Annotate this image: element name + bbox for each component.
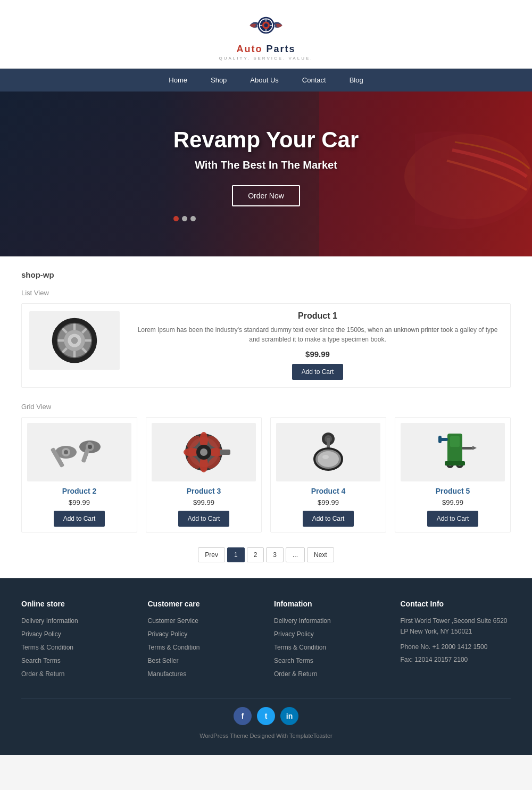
pagination: Prev 1 2 3 ... Next xyxy=(21,547,511,562)
next-page-button[interactable]: Next xyxy=(307,547,334,562)
header: Auto Parts QUALITY. SERVICE. VALUE. Home… xyxy=(0,0,532,92)
prev-page-button[interactable]: Prev xyxy=(198,547,225,562)
hero-dots xyxy=(173,216,359,221)
order-now-button[interactable]: Order Now xyxy=(232,185,300,206)
product4-card: Product 4 $99.99 Add to Cart xyxy=(270,417,386,533)
product3-card: Product 3 $99.99 Add to Cart xyxy=(146,417,262,533)
hero-title: Revamp Your Car xyxy=(173,127,359,153)
product4-add-to-cart[interactable]: Add to Cart xyxy=(303,511,354,527)
twitter-button[interactable]: t xyxy=(257,707,275,725)
footer-privacy-policy2[interactable]: Privacy Policy xyxy=(148,630,188,638)
page-2-button[interactable]: 2 xyxy=(247,547,264,562)
product3-name: Product 3 xyxy=(152,487,256,495)
product1-name: Product 1 xyxy=(298,311,337,321)
product1-add-to-cart[interactable]: Add to Cart xyxy=(292,364,344,380)
footer-search-terms[interactable]: Search Terms xyxy=(21,657,61,664)
hero-dot-1[interactable] xyxy=(173,216,179,221)
footer-contact-info: Contact Info First World Tower ,Second S… xyxy=(401,600,511,682)
wheel-icon xyxy=(43,317,106,364)
hero-subtitle: With The Best In The Market xyxy=(173,159,359,171)
footer-delivery-info[interactable]: Delivery Information xyxy=(21,617,78,625)
nav-home[interactable]: Home xyxy=(157,69,199,92)
svg-point-51 xyxy=(322,455,329,459)
footer-col2-title: Customer care xyxy=(148,600,259,608)
list-view-label: List View xyxy=(21,289,511,297)
footer: Online store Delivery Information Privac… xyxy=(0,578,532,755)
svg-rect-53 xyxy=(450,436,460,447)
mirror-icon xyxy=(299,428,358,476)
footer-fax: Fax: 12014 20157 2100 xyxy=(401,654,511,665)
shop-title: shop-wp xyxy=(21,270,511,279)
footer-information: Infomation Delivery Information Privacy … xyxy=(274,600,385,682)
svg-point-3 xyxy=(264,23,268,27)
logo-tagline: QUALITY. SERVICE. VALUE. xyxy=(219,56,313,61)
washer-icon xyxy=(423,428,482,476)
product4-price: $99.99 xyxy=(276,498,380,506)
svg-rect-55 xyxy=(438,436,442,443)
svg-marker-57 xyxy=(472,446,477,450)
footer-terms-condition3[interactable]: Terms & Condition xyxy=(274,644,326,651)
logo-text: Auto Parts xyxy=(219,44,313,55)
product4-name: Product 4 xyxy=(276,487,380,495)
footer-col1-title: Online store xyxy=(21,600,132,608)
footer-terms-condition[interactable]: Terms & Condition xyxy=(21,644,73,651)
footer-col3-title: Infomation xyxy=(274,600,385,608)
turbo-icon xyxy=(174,428,233,476)
svg-point-31 xyxy=(88,445,92,449)
footer-col4-title: Contact Info xyxy=(401,600,511,608)
list-view-container: Product 1 Lorem Ipsum has been the indus… xyxy=(21,303,511,388)
footer-order-return[interactable]: Order & Return xyxy=(21,670,64,678)
product4-image xyxy=(276,423,380,481)
hero-dot-3[interactable] xyxy=(190,216,196,221)
grid-view-container: Product 2 $99.99 Add to Cart xyxy=(21,417,511,533)
svg-point-30 xyxy=(64,450,68,454)
nav-blog[interactable]: Blog xyxy=(338,69,375,92)
page-1-button[interactable]: 1 xyxy=(227,547,245,562)
shop-section: shop-wp List View xyxy=(0,256,532,578)
footer-terms-condition2[interactable]: Terms & Condition xyxy=(148,644,200,651)
svg-point-43 xyxy=(200,448,207,456)
footer-manufactures[interactable]: Manufactures xyxy=(148,670,187,678)
product2-name: Product 2 xyxy=(27,487,131,495)
logo-area: Auto Parts QUALITY. SERVICE. VALUE. xyxy=(0,0,532,69)
svg-rect-44 xyxy=(220,450,230,455)
nav-about[interactable]: About Us xyxy=(238,69,290,92)
footer-privacy-policy3[interactable]: Privacy Policy xyxy=(274,630,314,638)
linkedin-button[interactable]: in xyxy=(280,707,298,725)
product2-image xyxy=(27,423,131,481)
hero-dot-2[interactable] xyxy=(182,216,187,221)
footer-best-seller[interactable]: Best Seller xyxy=(148,657,179,664)
piston-icon xyxy=(50,428,109,476)
product5-image xyxy=(401,423,505,481)
product5-add-to-cart[interactable]: Add to Cart xyxy=(427,511,479,527)
grid-view-label: Grid View xyxy=(21,403,511,411)
product2-card: Product 2 $99.99 Add to Cart xyxy=(21,417,137,533)
facebook-button[interactable]: f xyxy=(234,707,252,725)
product5-card: Product 5 $99.99 Add to Cart xyxy=(395,417,511,533)
svg-point-14 xyxy=(71,337,78,344)
product1-price: $99.99 xyxy=(305,350,330,359)
footer-social-area: f t in WordPress Theme Designed With Tem… xyxy=(21,698,511,744)
nav-shop[interactable]: Shop xyxy=(199,69,238,92)
product1-info: Product 1 Lorem Ipsum has been the indus… xyxy=(132,311,503,380)
product3-add-to-cart[interactable]: Add to Cart xyxy=(178,511,230,527)
footer-customer-service[interactable]: Customer Service xyxy=(148,617,198,625)
footer-delivery-info2[interactable]: Delivery Information xyxy=(274,617,331,625)
product5-price: $99.99 xyxy=(401,498,505,506)
page-3-button[interactable]: 3 xyxy=(266,547,284,562)
footer-privacy-policy[interactable]: Privacy Policy xyxy=(21,630,61,638)
svg-rect-56 xyxy=(462,447,472,450)
social-icons: f t in xyxy=(21,707,511,725)
logo-icon xyxy=(247,10,285,41)
product2-add-to-cart[interactable]: Add to Cart xyxy=(54,511,105,527)
footer-grid: Online store Delivery Information Privac… xyxy=(21,600,511,682)
nav-contact[interactable]: Contact xyxy=(290,69,338,92)
svg-rect-62 xyxy=(445,461,465,465)
footer-address: First World Tower ,Second Suite 6520 LP … xyxy=(401,616,511,637)
footer-phone: Phone No. +1 2000 1412 1500 xyxy=(401,642,511,652)
footer-search-terms2[interactable]: Search Terms xyxy=(274,657,313,664)
logo-parts: Parts xyxy=(266,44,295,54)
hero-content: Revamp Your Car With The Best In The Mar… xyxy=(163,106,370,243)
footer-order-return2[interactable]: Order & Return xyxy=(274,670,317,678)
svg-point-50 xyxy=(318,451,339,467)
